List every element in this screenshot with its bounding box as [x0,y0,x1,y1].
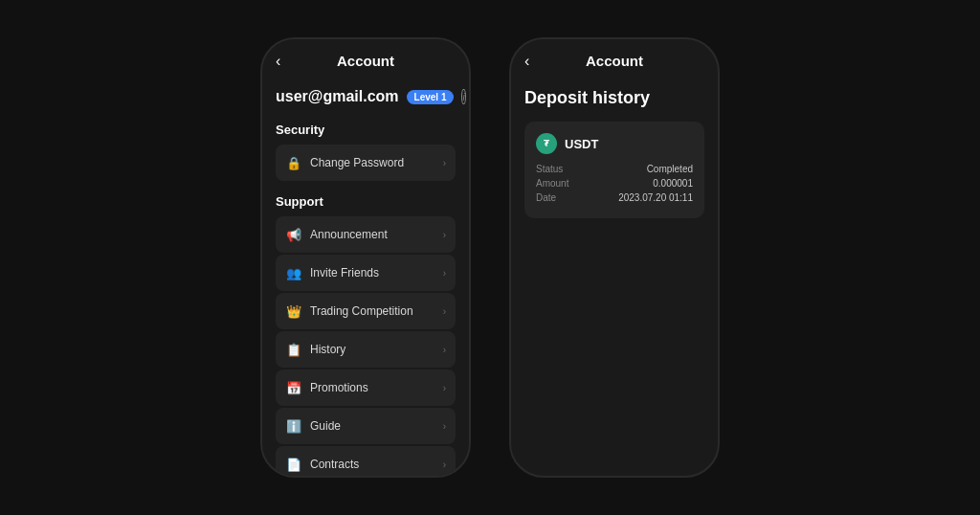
date-key: Date [536,192,556,203]
contracts-icon: 📄 [285,456,302,473]
menu-item-change-password[interactable]: 🔒 Change Password › [276,145,456,181]
guide-icon: ℹ️ [285,417,302,435]
change-password-label: Change Password [310,156,404,169]
status-value: Completed [647,164,693,174]
info-icon[interactable]: i [461,89,465,104]
announcement-label: Announcement [310,228,388,241]
support-section-title: Support [276,194,456,209]
deposit-amount-row: Amount 0.000001 [536,178,693,189]
announcement-icon: 📢 [285,226,302,243]
phone2-title: Account [586,53,643,69]
date-value: 2023.07.20 01:11 [618,192,693,203]
invite-friends-icon: 👥 [285,264,302,281]
menu-item-guide[interactable]: ℹ️ Guide › [276,408,456,444]
menu-item-contracts[interactable]: 📄 Contracts › [276,446,456,476]
contracts-label: Contracts [310,458,359,471]
chevron-right-icon: › [443,383,446,393]
phone1-header: ‹ Account [262,39,469,78]
usdt-icon: ₮ [536,133,557,154]
promotions-icon: 📅 [285,379,302,396]
phone1-title: Account [337,53,394,69]
menu-item-promotions[interactable]: 📅 Promotions › [276,369,456,406]
deposit-date-row: Date 2023.07.20 01:11 [536,192,693,203]
deposit-history-title: Deposit history [524,88,704,108]
chevron-right-icon: › [443,268,446,279]
chevron-right-icon: › [443,158,446,168]
amount-value: 0.000001 [653,178,693,189]
deposit-status-row: Status Completed [536,164,693,174]
promotions-label: Promotions [310,381,368,394]
menu-item-announcement[interactable]: 📢 Announcement › [276,216,456,253]
guide-label: Guide [310,419,341,433]
security-section-title: Security [276,123,456,137]
user-email: user@gmail.com [276,88,399,105]
chevron-right-icon: › [443,230,446,240]
phone-deposit-history: ‹ Account Deposit history ₮ USDT Status … [509,37,720,478]
menu-item-history[interactable]: 📋 History › [276,331,456,368]
menu-item-trading-competition[interactable]: 👑 Trading Competition › [276,293,456,329]
back-arrow-icon[interactable]: ‹ [524,53,529,70]
chevron-right-icon: › [443,345,446,355]
trading-competition-icon: 👑 [285,302,302,320]
phone2-content: Deposit history ₮ USDT Status Completed … [511,78,718,476]
user-row: user@gmail.com Level 1 i [276,88,456,105]
invite-friends-label: Invite Friends [310,266,379,280]
status-key: Status [536,164,563,174]
amount-key: Amount [536,178,568,189]
trading-competition-label: Trading Competition [310,304,413,318]
deposit-card: ₮ USDT Status Completed Amount 0.000001 … [524,122,704,218]
chevron-right-icon: › [443,421,446,432]
phone-account: ‹ Account user@gmail.com Level 1 i Secur… [260,37,471,478]
back-arrow-icon[interactable]: ‹ [276,53,280,70]
phone2-header: ‹ Account [511,39,718,78]
phone1-content: user@gmail.com Level 1 i Security 🔒 Chan… [262,78,469,476]
menu-item-invite-friends[interactable]: 👥 Invite Friends › [276,255,456,291]
history-label: History [310,343,345,356]
lock-icon: 🔒 [285,154,302,171]
level-badge: Level 1 [407,90,455,104]
history-icon: 📋 [285,341,302,358]
chevron-right-icon: › [443,306,446,317]
chevron-right-icon: › [443,459,446,470]
deposit-card-header: ₮ USDT [536,133,693,154]
usdt-label: USDT [565,137,598,151]
